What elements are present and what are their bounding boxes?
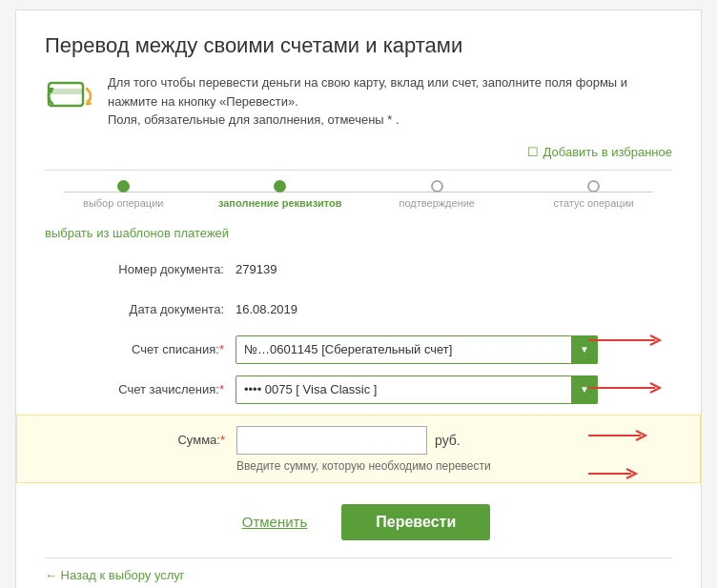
template-link-row: выбрать из шаблонов платежей [45, 224, 672, 241]
add-favorites: ☐ Добавить в избранное [45, 143, 672, 160]
add-favorites-link[interactable]: ☐ Добавить в избранное [527, 145, 672, 159]
step-2: заполнение реквизитов [202, 180, 359, 209]
step-dot-1 [117, 180, 130, 193]
debit-select-wrapper: №…0601145 [Сберегательный счет] [236, 335, 598, 364]
step-label-2: заполнение реквизитов [218, 197, 342, 209]
info-text: Для того чтобы перевести деньги на свою … [108, 73, 672, 111]
debit-row: Счет списания:* №…0601145 [Сберегательны… [45, 335, 672, 365]
page-title: Перевод между своими счетами и картами [45, 33, 672, 58]
debit-label: Счет списания:* [45, 342, 236, 356]
info-block: Для того чтобы перевести деньги на свою … [45, 73, 672, 130]
required-note: Поля, обязательные для заполнения, отмеч… [108, 111, 672, 130]
doc-date-row: Дата документа: 16.08.2019 [45, 294, 672, 325]
template-link[interactable]: выбрать из шаблонов платежей [45, 226, 229, 240]
step-label-1: выбор операции [83, 197, 163, 209]
doc-number-row: Номер документа: 279139 [45, 254, 672, 285]
divider-top [45, 170, 672, 171]
credit-label: Счет зачисления:* [45, 382, 236, 396]
buttons-row: Отменить Перевести [45, 504, 672, 540]
step-4: статус операции [516, 180, 673, 209]
doc-date-label: Дата документа: [45, 302, 236, 316]
form-section: Номер документа: 279139 Дата документа: … [45, 254, 672, 483]
amount-label: Сумма:* [46, 433, 236, 447]
step-3: подтверждение [358, 180, 516, 209]
credit-account-select[interactable]: •••• 0075 [ Visa Classic ] [236, 375, 598, 404]
steps-bar: выбор операции заполнение реквизитов под… [45, 180, 672, 209]
back-link[interactable]: ← Назад к выбору услуг [45, 568, 185, 582]
doc-date-value: 16.08.2019 [236, 302, 297, 316]
amount-hint: Введите сумму, которую необходимо переве… [236, 459, 671, 473]
amount-wrapper: Сумма:* руб. Введите сумму, которую необ… [16, 415, 701, 483]
step-dot-4 [587, 180, 600, 193]
cancel-button[interactable]: Отменить [227, 506, 323, 537]
svg-rect-1 [49, 89, 83, 94]
transfer-icon [45, 75, 94, 117]
step-1: выбор операции [45, 180, 202, 209]
divider-bottom [45, 558, 672, 558]
doc-number-label: Номер документа: [45, 262, 236, 276]
step-label-4: статус операции [554, 197, 634, 209]
submit-button[interactable]: Перевести [341, 504, 490, 540]
step-label-3: подтверждение [399, 197, 475, 209]
doc-number-value: 279139 [236, 262, 277, 276]
bookmark-icon: ☐ [527, 145, 539, 159]
amount-input[interactable] [236, 426, 427, 455]
step-dot-3 [431, 180, 443, 193]
credit-select-wrapper: •••• 0075 [ Visa Classic ] [236, 375, 598, 404]
amount-unit: руб. [435, 433, 461, 448]
debit-account-select[interactable]: №…0601145 [Сберегательный счет] [236, 335, 598, 364]
page-container: Перевод между своими счетами и картами Д… [15, 10, 702, 588]
step-dot-2 [274, 180, 286, 193]
back-link-row: ← Назад к выбору услуг [45, 568, 672, 582]
credit-row: Счет зачисления:* •••• 0075 [ Visa Class… [45, 375, 672, 405]
info-text-block: Для того чтобы перевести деньги на свою … [108, 73, 672, 130]
amount-row: Сумма:* руб. [46, 425, 671, 456]
